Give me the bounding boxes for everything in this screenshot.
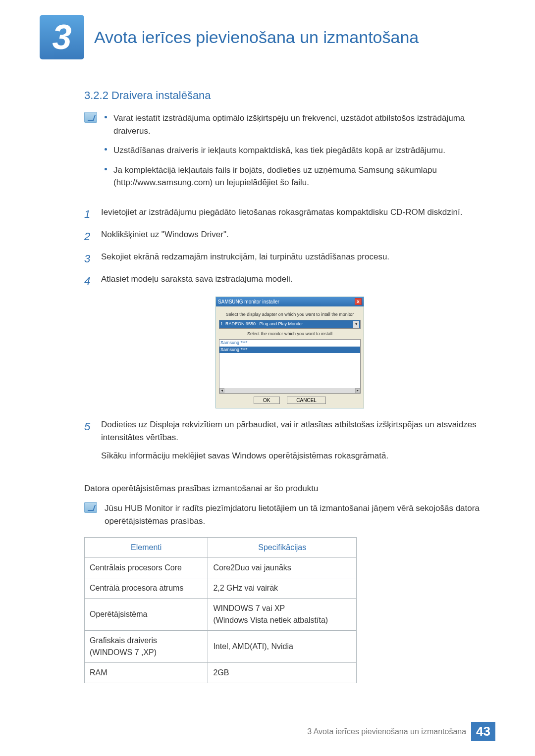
step-extra-text: Sīkāku informāciju meklējiet savas Windo… (101, 450, 495, 462)
installer-titlebar: SAMSUNG monitor installer × (216, 297, 364, 306)
step-number: 1 (84, 206, 92, 222)
adapter-select-value: 1. RADEON 9550 : Plug and Play Monitor (220, 321, 303, 328)
page-footer: 3 Avota ierīces pievienošana un izmantoš… (307, 722, 495, 741)
chapter-number-badge: 3 (40, 15, 84, 59)
monitor-listbox[interactable]: Samsung **** Samsung **** ◂▸ (219, 339, 361, 394)
section-title: 3.2.2 Draivera instalēšana (84, 89, 495, 102)
step-number: 4 (84, 273, 92, 289)
note-item: Uzstādīšanas draiveris ir iekļauts kompa… (105, 144, 495, 157)
note-block-2: Jūsu HUB Monitor ir radīts piezīmjdatoru… (84, 502, 495, 527)
step-text: Atlasiet modeļu sarakstā sava izstrādāju… (101, 273, 495, 289)
close-icon[interactable]: × (355, 298, 362, 305)
step-text: Ievietojiet ar izstrādājumu piegādāto li… (101, 206, 495, 222)
table-row: OperētājsistēmaWINDOWS 7 vai XP (Windows… (85, 599, 357, 631)
page-number: 43 (471, 722, 495, 741)
system-req-title: Datora operētājsistēmas prasības izmanto… (84, 482, 495, 495)
list-item[interactable]: Samsung **** (219, 347, 360, 353)
ok-button[interactable]: OK (254, 397, 279, 404)
table-row: Centrālā procesora ātrums2,2 GHz vai vai… (85, 578, 357, 599)
step-text: Sekojiet ekrānā redzamajām instrukcijām,… (101, 251, 495, 267)
cancel-button[interactable]: CANCEL (287, 397, 326, 404)
step-number: 5 (84, 418, 92, 444)
steps-list: 1Ievietojiet ar izstrādājumu piegādāto l… (84, 206, 495, 289)
note-icon (84, 502, 97, 513)
page-header: 3 Avota ierīces pievienošana un izmantoš… (40, 15, 495, 59)
table-row: Grafiskais draiveris (WINDOWS 7 ,XP)Inte… (85, 631, 357, 663)
table-header: Elementi (85, 538, 208, 558)
list-item[interactable]: Samsung **** (219, 340, 360, 347)
spec-table: Elementi Specifikācijas Centrālais proce… (84, 537, 357, 683)
step-text: Noklikšķiniet uz "Windows Driver". (101, 228, 495, 245)
installer-label: Select the monitor which you want to ins… (219, 331, 361, 338)
adapter-select[interactable]: 1. RADEON 9550 : Plug and Play Monitor ▾ (219, 320, 361, 329)
note-block-1: Varat iestatīt izstrādājuma optimālo izš… (84, 112, 495, 196)
step-number: 2 (84, 228, 92, 245)
chevron-down-icon: ▾ (353, 321, 359, 328)
installer-label: Select the display adapter on which you … (219, 311, 361, 318)
table-header: Specifikācijas (208, 538, 357, 558)
note-icon (84, 112, 97, 123)
table-row: Centrālais procesors CoreCore2Duo vai ja… (85, 558, 357, 578)
chapter-title: Avota ierīces pievienošana un izmantošan… (94, 28, 419, 47)
installer-window: SAMSUNG monitor installer × Select the d… (215, 297, 364, 409)
note-item: Varat iestatīt izstrādājuma optimālo izš… (105, 112, 495, 137)
step-text: Dodieties uz Displeja rekvizītiem un pār… (101, 418, 495, 444)
table-row: RAM2GB (85, 663, 357, 683)
note-text: Jūsu HUB Monitor ir radīts piezīmjdatoru… (105, 502, 495, 527)
note-item: Ja komplektācijā iekļautais fails ir boj… (105, 164, 495, 189)
footer-text: 3 Avota ierīces pievienošana un izmantoš… (307, 727, 466, 736)
step-number: 3 (84, 251, 92, 267)
installer-title: SAMSUNG monitor installer (218, 298, 279, 305)
scrollbar-horizontal[interactable]: ◂▸ (219, 388, 360, 393)
steps-list-cont: 5Dodieties uz Displeja rekvizītiem un pā… (84, 418, 495, 444)
